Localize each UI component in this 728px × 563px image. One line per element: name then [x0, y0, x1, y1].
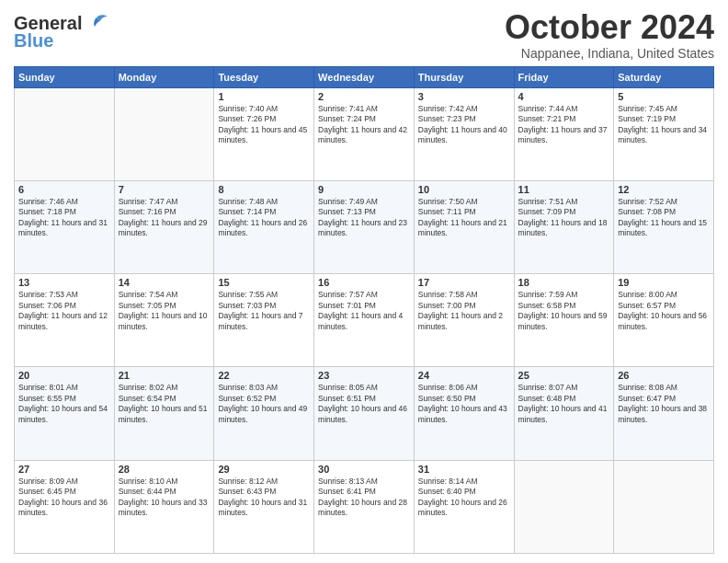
day-number: 11 [518, 184, 610, 195]
calendar-cell: 12Sunrise: 7:52 AM Sunset: 7:08 PM Dayli… [614, 180, 714, 273]
calendar-header-row: SundayMondayTuesdayWednesdayThursdayFrid… [15, 66, 714, 87]
calendar-cell: 25Sunrise: 8:07 AM Sunset: 6:48 PM Dayli… [514, 367, 614, 460]
day-number: 29 [218, 464, 310, 475]
calendar-cell: 9Sunrise: 7:49 AM Sunset: 7:13 PM Daylig… [314, 180, 415, 273]
col-header-saturday: Saturday [614, 66, 714, 87]
calendar-cell: 4Sunrise: 7:44 AM Sunset: 7:21 PM Daylig… [514, 87, 614, 180]
calendar-cell: 7Sunrise: 7:47 AM Sunset: 7:16 PM Daylig… [114, 180, 214, 273]
day-info: Sunrise: 7:48 AM Sunset: 7:14 PM Dayligh… [218, 197, 310, 239]
day-number: 19 [618, 277, 710, 288]
day-info: Sunrise: 8:08 AM Sunset: 6:47 PM Dayligh… [618, 383, 710, 425]
day-number: 14 [119, 277, 210, 288]
day-info: Sunrise: 7:47 AM Sunset: 7:16 PM Dayligh… [119, 197, 210, 239]
day-info: Sunrise: 8:01 AM Sunset: 6:55 PM Dayligh… [18, 383, 110, 425]
col-header-wednesday: Wednesday [314, 66, 415, 87]
logo-blue: Blue [14, 30, 53, 52]
calendar-cell: 30Sunrise: 8:13 AM Sunset: 6:41 PM Dayli… [314, 460, 415, 553]
page: General Blue October 2024 Nappanee, Indi… [0, 0, 728, 563]
calendar-week-2: 6Sunrise: 7:46 AM Sunset: 7:18 PM Daylig… [15, 180, 714, 273]
col-header-thursday: Thursday [414, 66, 514, 87]
day-info: Sunrise: 7:55 AM Sunset: 7:03 PM Dayligh… [218, 290, 310, 332]
calendar-cell: 14Sunrise: 7:54 AM Sunset: 7:05 PM Dayli… [114, 274, 214, 367]
day-number: 4 [518, 91, 610, 102]
day-info: Sunrise: 8:14 AM Sunset: 6:40 PM Dayligh… [418, 477, 510, 519]
day-number: 12 [618, 184, 710, 195]
day-number: 5 [618, 91, 710, 102]
day-info: Sunrise: 7:57 AM Sunset: 7:01 PM Dayligh… [318, 290, 410, 332]
calendar-cell: 31Sunrise: 8:14 AM Sunset: 6:40 PM Dayli… [414, 460, 514, 553]
col-header-tuesday: Tuesday [214, 66, 314, 87]
calendar-cell: 24Sunrise: 8:06 AM Sunset: 6:50 PM Dayli… [414, 367, 514, 460]
day-info: Sunrise: 7:49 AM Sunset: 7:13 PM Dayligh… [318, 197, 410, 239]
day-number: 15 [218, 277, 310, 288]
day-number: 31 [418, 464, 510, 475]
day-number: 8 [218, 184, 310, 195]
day-info: Sunrise: 8:12 AM Sunset: 6:43 PM Dayligh… [218, 477, 310, 519]
day-number: 6 [18, 184, 110, 195]
day-info: Sunrise: 8:02 AM Sunset: 6:54 PM Dayligh… [119, 383, 210, 425]
calendar-cell: 11Sunrise: 7:51 AM Sunset: 7:09 PM Dayli… [514, 180, 614, 273]
calendar-cell: 20Sunrise: 8:01 AM Sunset: 6:55 PM Dayli… [15, 367, 115, 460]
calendar-cell: 17Sunrise: 7:58 AM Sunset: 7:00 PM Dayli… [414, 274, 514, 367]
calendar-cell: 3Sunrise: 7:42 AM Sunset: 7:23 PM Daylig… [414, 87, 514, 180]
calendar-cell [15, 87, 115, 180]
day-number: 13 [18, 277, 110, 288]
day-info: Sunrise: 7:51 AM Sunset: 7:09 PM Dayligh… [518, 197, 610, 239]
logo: General Blue [14, 13, 109, 52]
day-info: Sunrise: 7:41 AM Sunset: 7:24 PM Dayligh… [318, 104, 410, 146]
col-header-friday: Friday [514, 66, 614, 87]
logo-bird-icon [84, 14, 109, 34]
calendar-week-1: 1Sunrise: 7:40 AM Sunset: 7:26 PM Daylig… [15, 87, 714, 180]
day-number: 26 [618, 370, 710, 381]
day-info: Sunrise: 8:10 AM Sunset: 6:44 PM Dayligh… [119, 477, 210, 519]
day-number: 27 [18, 464, 110, 475]
day-info: Sunrise: 7:59 AM Sunset: 6:58 PM Dayligh… [518, 290, 610, 332]
col-header-sunday: Sunday [15, 66, 115, 87]
calendar-table: SundayMondayTuesdayWednesdayThursdayFrid… [14, 66, 714, 554]
day-number: 7 [119, 184, 210, 195]
day-info: Sunrise: 8:07 AM Sunset: 6:48 PM Dayligh… [518, 383, 610, 425]
day-number: 3 [418, 91, 510, 102]
day-info: Sunrise: 7:45 AM Sunset: 7:19 PM Dayligh… [618, 104, 710, 146]
calendar-cell: 19Sunrise: 8:00 AM Sunset: 6:57 PM Dayli… [614, 274, 714, 367]
calendar-week-4: 20Sunrise: 8:01 AM Sunset: 6:55 PM Dayli… [15, 367, 714, 460]
day-info: Sunrise: 7:53 AM Sunset: 7:06 PM Dayligh… [18, 290, 110, 332]
day-number: 20 [18, 370, 110, 381]
day-info: Sunrise: 7:46 AM Sunset: 7:18 PM Dayligh… [18, 197, 110, 239]
calendar-cell [614, 460, 714, 553]
day-number: 16 [318, 277, 410, 288]
day-info: Sunrise: 7:44 AM Sunset: 7:21 PM Dayligh… [518, 104, 610, 146]
day-info: Sunrise: 8:06 AM Sunset: 6:50 PM Dayligh… [418, 383, 510, 425]
day-number: 25 [518, 370, 610, 381]
day-number: 30 [318, 464, 410, 475]
calendar-cell: 10Sunrise: 7:50 AM Sunset: 7:11 PM Dayli… [414, 180, 514, 273]
day-number: 1 [218, 91, 310, 102]
day-info: Sunrise: 7:52 AM Sunset: 7:08 PM Dayligh… [618, 197, 710, 239]
calendar-cell: 21Sunrise: 8:02 AM Sunset: 6:54 PM Dayli… [114, 367, 214, 460]
day-info: Sunrise: 8:03 AM Sunset: 6:52 PM Dayligh… [218, 383, 310, 425]
header: General Blue October 2024 Nappanee, Indi… [14, 9, 714, 61]
calendar-cell: 22Sunrise: 8:03 AM Sunset: 6:52 PM Dayli… [214, 367, 314, 460]
day-number: 24 [418, 370, 510, 381]
month-title: October 2024 [505, 9, 714, 46]
day-number: 17 [418, 277, 510, 288]
calendar-cell: 18Sunrise: 7:59 AM Sunset: 6:58 PM Dayli… [514, 274, 614, 367]
calendar-week-5: 27Sunrise: 8:09 AM Sunset: 6:45 PM Dayli… [15, 460, 714, 553]
day-number: 23 [318, 370, 410, 381]
day-info: Sunrise: 7:58 AM Sunset: 7:00 PM Dayligh… [418, 290, 510, 332]
calendar-cell: 6Sunrise: 7:46 AM Sunset: 7:18 PM Daylig… [15, 180, 115, 273]
day-number: 9 [318, 184, 410, 195]
calendar-cell: 1Sunrise: 7:40 AM Sunset: 7:26 PM Daylig… [214, 87, 314, 180]
day-info: Sunrise: 8:05 AM Sunset: 6:51 PM Dayligh… [318, 383, 410, 425]
calendar-cell: 23Sunrise: 8:05 AM Sunset: 6:51 PM Dayli… [314, 367, 415, 460]
calendar-cell: 5Sunrise: 7:45 AM Sunset: 7:19 PM Daylig… [614, 87, 714, 180]
day-info: Sunrise: 7:54 AM Sunset: 7:05 PM Dayligh… [119, 290, 210, 332]
calendar-cell [514, 460, 614, 553]
calendar-cell: 16Sunrise: 7:57 AM Sunset: 7:01 PM Dayli… [314, 274, 415, 367]
day-number: 18 [518, 277, 610, 288]
calendar-cell: 13Sunrise: 7:53 AM Sunset: 7:06 PM Dayli… [15, 274, 115, 367]
day-number: 2 [318, 91, 410, 102]
calendar-cell: 2Sunrise: 7:41 AM Sunset: 7:24 PM Daylig… [314, 87, 415, 180]
calendar-week-3: 13Sunrise: 7:53 AM Sunset: 7:06 PM Dayli… [15, 274, 714, 367]
day-number: 22 [218, 370, 310, 381]
